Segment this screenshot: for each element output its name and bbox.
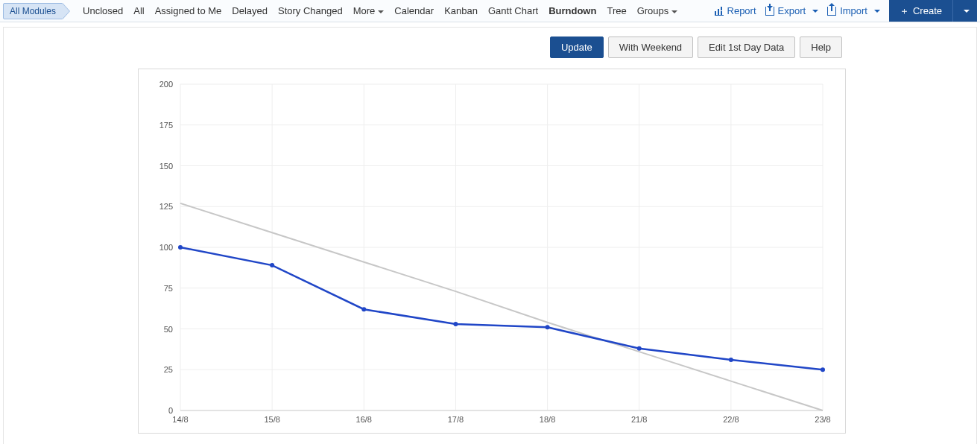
x-tick-label: 16/8	[356, 415, 372, 424]
update-button[interactable]: Update	[550, 37, 604, 58]
tab-unclosed[interactable]: Unclosed	[78, 1, 128, 21]
create-dropdown-toggle[interactable]	[952, 0, 977, 22]
data-point	[637, 346, 642, 351]
export-icon	[765, 7, 774, 16]
data-point	[178, 245, 183, 250]
report-link[interactable]: Report	[715, 5, 756, 16]
x-tick-label: 23/8	[815, 415, 830, 424]
tab-label: Tree	[607, 5, 626, 16]
edit-first-day-button[interactable]: Edit 1st Day Data	[698, 37, 795, 58]
tab-label: Delayed	[232, 5, 268, 16]
module-filter-pill[interactable]: All Modules	[3, 3, 63, 19]
burndown-chart: 025507510012515017520014/815/816/817/818…	[138, 69, 846, 434]
tab-label: Story Changed	[278, 5, 343, 16]
tab-gantt-chart[interactable]: Gantt Chart	[483, 1, 543, 21]
y-tick-label: 125	[159, 202, 173, 211]
series-line-actual	[180, 247, 823, 370]
tab-calendar[interactable]: Calendar	[389, 1, 439, 21]
chart-toolbar: Update With Weekend Edit 1st Day Data He…	[34, 37, 842, 58]
tab-strip: UnclosedAllAssigned to MeDelayedStory Ch…	[78, 1, 683, 21]
tab-more[interactable]: More	[348, 1, 390, 21]
tab-label: Assigned to Me	[155, 5, 222, 16]
x-tick-label: 22/8	[723, 415, 739, 424]
chart-svg: 025507510012515017520014/815/816/817/818…	[180, 84, 823, 410]
series-line-ideal	[180, 203, 823, 410]
create-label: Create	[913, 5, 942, 16]
import-icon	[827, 7, 836, 16]
tab-all[interactable]: All	[128, 1, 149, 21]
export-label: Export	[778, 5, 806, 16]
tab-label: Unclosed	[83, 5, 123, 16]
top-toolbar: All Modules UnclosedAllAssigned to MeDel…	[0, 0, 980, 22]
chart-plot-area: 025507510012515017520014/815/816/817/818…	[180, 84, 823, 410]
chevron-down-icon	[874, 10, 880, 13]
chevron-down-icon	[964, 10, 970, 13]
export-link[interactable]: Export	[765, 5, 819, 16]
tab-label: Gantt Chart	[488, 5, 538, 16]
y-tick-label: 100	[159, 243, 173, 252]
y-tick-label: 175	[159, 121, 173, 130]
tab-label: Burndown	[549, 5, 596, 16]
tab-label: More	[353, 5, 376, 16]
y-tick-label: 0	[168, 406, 173, 415]
chevron-down-icon	[671, 10, 677, 13]
data-point	[729, 358, 733, 362]
tab-label: Groups	[637, 5, 669, 16]
x-tick-label: 21/8	[631, 415, 647, 424]
y-tick-label: 25	[164, 365, 173, 374]
create-button-group: ＋ Create	[889, 0, 977, 22]
content-panel: Update With Weekend Edit 1st Day Data He…	[3, 27, 977, 444]
tab-label: Kanban	[444, 5, 478, 16]
data-point	[453, 322, 458, 326]
with-weekend-button[interactable]: With Weekend	[608, 37, 693, 58]
x-tick-label: 18/8	[540, 415, 555, 424]
x-tick-label: 14/8	[172, 415, 188, 424]
report-label: Report	[727, 5, 756, 16]
data-point	[361, 307, 366, 311]
x-tick-label: 17/8	[448, 415, 464, 424]
data-point	[546, 325, 550, 329]
tab-story-changed[interactable]: Story Changed	[273, 1, 348, 21]
tab-groups[interactable]: Groups	[632, 1, 683, 21]
tab-delayed[interactable]: Delayed	[227, 1, 273, 21]
right-actions: Report Export Import ＋ Create	[715, 0, 977, 22]
plus-icon: ＋	[900, 6, 909, 16]
import-label: Import	[840, 5, 867, 16]
tab-tree[interactable]: Tree	[601, 1, 631, 21]
y-tick-label: 200	[159, 80, 173, 89]
create-button[interactable]: ＋ Create	[889, 0, 952, 22]
bar-chart-icon	[715, 7, 724, 16]
tab-label: Calendar	[394, 5, 434, 16]
tab-kanban[interactable]: Kanban	[439, 1, 483, 21]
chevron-down-icon	[812, 10, 818, 13]
y-tick-label: 50	[164, 325, 173, 334]
y-tick-label: 150	[159, 162, 173, 171]
y-tick-label: 75	[164, 284, 173, 293]
data-point	[270, 263, 274, 267]
chevron-down-icon	[378, 10, 384, 13]
x-tick-label: 15/8	[264, 415, 279, 424]
data-point	[821, 367, 825, 372]
tab-label: All	[133, 5, 144, 16]
tab-burndown[interactable]: Burndown	[543, 1, 601, 21]
help-button[interactable]: Help	[800, 37, 842, 58]
import-link[interactable]: Import	[827, 5, 880, 16]
tab-assigned-to-me[interactable]: Assigned to Me	[150, 1, 227, 21]
